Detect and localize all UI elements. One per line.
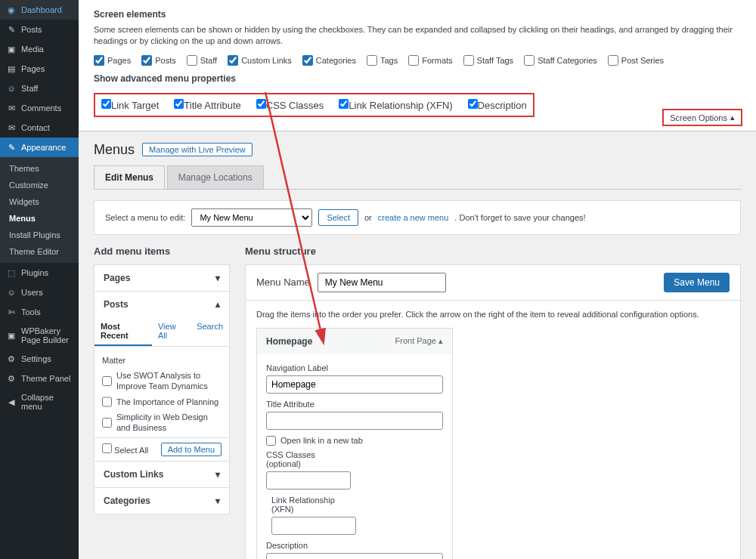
description-input[interactable] [266,553,443,559]
screen-options-panel: Screen elements Some screen elements can… [79,0,756,131]
chevron-up-icon: ▴ [730,113,735,122]
panel-categories[interactable]: Categories▾ [94,488,229,514]
advanced-props-heading: Show advanced menu properties [94,73,741,84]
submenu-customize[interactable]: Customize [0,177,79,193]
sidebar-item-wpbakery[interactable]: ▣WPBakery Page Builder [0,322,79,349]
select-menu-label: Select a menu to edit: [105,213,185,222]
screen-box-posts[interactable]: Posts [141,55,176,66]
menu-structure-column: Menu structure Menu Name Save Menu Drag … [245,246,741,559]
posts-checklist: Matter Use SWOT Analysis to Improve Team… [94,347,229,437]
page-title-bar: Menus Manage with Live Preview [79,131,756,165]
sidebar-collapse[interactable]: ◀Collapse menu [0,388,79,415]
menu-item-toggle[interactable]: Homepage Front Page ▴ [257,329,452,354]
sidebar-item-theme-panel[interactable]: ⚙Theme Panel [0,369,79,388]
tab-edit-menus[interactable]: Edit Menus [94,165,165,189]
xfn-input[interactable] [271,517,356,535]
media-icon: ▣ [6,44,17,54]
post-item[interactable]: The Importance of Planning [102,394,222,409]
page-icon: ▤ [6,63,17,74]
menu-structure-header: Menu Name Save Menu [246,265,740,301]
title-attr-input[interactable] [266,412,443,430]
save-menu-button[interactable]: Save Menu [664,273,730,292]
menu-tabs: Edit Menus Manage Locations [94,165,741,190]
advanced-props-highlight: Link TargetTitle AttributeCSS ClassesLin… [94,93,534,117]
screen-box-post-series[interactable]: Post Series [608,55,664,66]
submenu-widgets[interactable]: Widgets [0,193,79,210]
sidebar-item-settings[interactable]: ⚙Settings [0,349,79,369]
subtab-viewall[interactable]: View All [152,317,191,346]
select-all-checkbox[interactable]: Select All [102,443,148,455]
sidebar-item-plugins[interactable]: ⬚Plugins [0,263,79,283]
menu-select[interactable]: My New Menu [191,208,312,227]
appearance-submenu: Themes Customize Widgets Menus Install P… [0,157,79,263]
sidebar-item-tools[interactable]: ✄Tools [0,302,79,322]
admin-sidebar: ◉Dashboard ✎Posts ▣Media ▤Pages ☺Staff ✉… [0,0,79,559]
manage-live-preview-button[interactable]: Manage with Live Preview [142,143,253,156]
sidebar-item-media[interactable]: ▣Media [0,39,79,59]
panel-posts[interactable]: Posts▴ [94,292,229,317]
css-classes-label: CSS Classes (optional) [266,450,351,468]
add-items-column: Add menu items Pages▾ Posts▴ Most Recent… [94,246,230,559]
sidebar-item-comments[interactable]: ✉Comments [0,98,79,118]
post-item[interactable]: Simplicity in Web Design and Business [102,409,222,436]
sidebar-item-contact[interactable]: ✉Contact [0,118,79,137]
menu-name-label: Menu Name [256,276,310,288]
dashboard-icon: ◉ [6,5,17,15]
submenu-themes[interactable]: Themes [0,160,79,177]
subtab-recent[interactable]: Most Recent [94,317,152,346]
title-attr-label: Title Attribute [266,400,443,409]
adv-prop-link-target[interactable]: Link Target [101,99,159,111]
adv-prop-css-classes[interactable]: CSS Classes [256,99,324,111]
sidebar-item-staff[interactable]: ☺Staff [0,79,79,98]
adv-prop-link-relationship-xfn-[interactable]: Link Relationship (XFN) [339,99,452,111]
sidebar-item-dashboard[interactable]: ◉Dashboard [0,0,79,20]
chevron-up-icon: ▴ [215,299,220,310]
sidebar-item-posts[interactable]: ✎Posts [0,20,79,39]
plugin-icon: ⬚ [6,267,17,278]
tool-icon: ✄ [6,307,17,317]
screen-options-toggle[interactable]: Screen Options ▴ [662,109,742,126]
screen-elements-desc: Some screen elements can be shown or hid… [94,24,741,48]
screen-box-staff-tags[interactable]: Staff Tags [463,55,514,66]
pin-icon: ✎ [6,24,17,35]
submenu-theme-editor[interactable]: Theme Editor [0,243,79,260]
sidebar-item-pages[interactable]: ▤Pages [0,59,79,79]
new-tab-checkbox[interactable]: Open link in a new tab [266,436,443,446]
menu-structure-heading: Menu structure [245,246,741,257]
sidebar-item-users[interactable]: ☺Users [0,283,79,302]
menu-item-homepage: Homepage Front Page ▴ Navigation Label T… [256,328,453,559]
submenu-install-plugins[interactable]: Install Plugins [0,227,79,243]
menu-name-input[interactable] [318,273,446,292]
settings-icon: ⚙ [6,354,17,364]
adv-prop-title-attribute[interactable]: Title Attribute [174,99,240,111]
screen-elements-heading: Screen elements [94,9,741,20]
screen-box-pages[interactable]: Pages [94,55,131,66]
screen-box-staff-categories[interactable]: Staff Categories [524,55,597,66]
xfn-label: Link Relationship (XFN) [271,496,356,514]
post-item[interactable]: Matter [102,353,222,368]
page-title: Menus [94,142,135,158]
tab-manage-locations[interactable]: Manage Locations [167,165,264,189]
nav-label: Navigation Label [266,363,443,372]
screen-box-categories[interactable]: Categories [302,55,356,66]
subtab-search[interactable]: Search [191,317,229,346]
description-label: Description [266,541,443,550]
select-button[interactable]: Select [318,209,358,226]
screen-boxes-row: PagesPostsStaffCustom LinksCategoriesTag… [94,55,741,66]
screen-box-custom-links[interactable]: Custom Links [228,55,292,66]
screen-box-formats[interactable]: Formats [408,55,452,66]
add-to-menu-button[interactable]: Add to Menu [161,443,222,456]
wpbakery-icon: ▣ [6,330,17,341]
menu-select-bar: Select a menu to edit: My New Menu Selec… [94,200,741,235]
screen-box-staff[interactable]: Staff [187,55,217,66]
sidebar-item-appearance[interactable]: ✎Appearance [0,137,79,157]
submenu-menus[interactable]: Menus [0,210,79,227]
nav-label-input[interactable] [266,375,443,394]
panel-custom-links[interactable]: Custom Links▾ [94,462,229,487]
panel-pages[interactable]: Pages▾ [94,265,229,291]
css-classes-input[interactable] [266,471,351,490]
post-item[interactable]: Use SWOT Analysis to Improve Team Dynami… [102,368,222,394]
screen-box-tags[interactable]: Tags [367,55,398,66]
create-menu-link[interactable]: create a new menu [378,213,449,222]
adv-prop-description[interactable]: Description [468,99,527,111]
